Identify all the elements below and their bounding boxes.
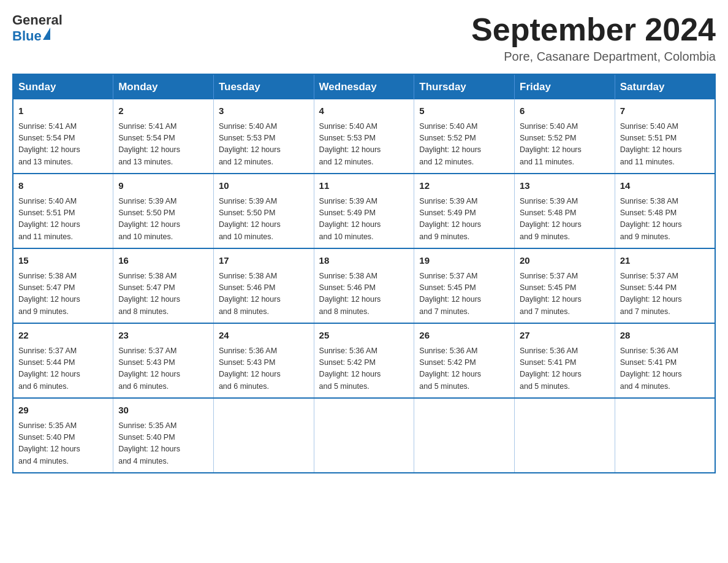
day-info: Sunrise: 5:36 AMSunset: 5:43 PMDaylight:… — [219, 345, 309, 393]
calendar-day-cell: 19Sunrise: 5:37 AMSunset: 5:45 PMDayligh… — [414, 248, 515, 323]
calendar-body: 1Sunrise: 5:41 AMSunset: 5:54 PMDaylight… — [13, 99, 715, 473]
day-info: Sunrise: 5:36 AMSunset: 5:42 PMDaylight:… — [419, 345, 509, 393]
day-number: 19 — [419, 254, 509, 268]
day-number: 1 — [18, 104, 108, 118]
day-of-week-header: Friday — [515, 74, 615, 99]
calendar-day-cell: 23Sunrise: 5:37 AMSunset: 5:43 PMDayligh… — [113, 323, 214, 398]
day-number: 28 — [620, 329, 710, 343]
day-info: Sunrise: 5:40 AMSunset: 5:51 PMDaylight:… — [18, 196, 108, 243]
day-number: 22 — [18, 329, 108, 343]
day-info: Sunrise: 5:39 AMSunset: 5:48 PMDaylight:… — [520, 196, 610, 243]
calendar-week-row: 15Sunrise: 5:38 AMSunset: 5:47 PMDayligh… — [13, 248, 715, 323]
calendar-day-cell: 16Sunrise: 5:38 AMSunset: 5:47 PMDayligh… — [113, 248, 214, 323]
day-info: Sunrise: 5:40 AMSunset: 5:51 PMDaylight:… — [620, 121, 710, 169]
calendar-title: September 2024 — [471, 12, 716, 47]
day-number: 27 — [520, 329, 610, 343]
calendar-day-cell: 14Sunrise: 5:38 AMSunset: 5:48 PMDayligh… — [615, 174, 715, 248]
calendar-day-cell: 20Sunrise: 5:37 AMSunset: 5:45 PMDayligh… — [515, 248, 615, 323]
page-header: General Blue September 2024 Pore, Casana… — [12, 12, 716, 64]
day-info: Sunrise: 5:38 AMSunset: 5:47 PMDaylight:… — [118, 270, 208, 318]
day-info: Sunrise: 5:37 AMSunset: 5:43 PMDaylight:… — [118, 345, 208, 393]
day-of-week-header: Saturday — [615, 74, 715, 99]
calendar-day-cell: 13Sunrise: 5:39 AMSunset: 5:48 PMDayligh… — [515, 174, 615, 248]
calendar-day-cell — [213, 398, 314, 473]
day-number: 9 — [118, 179, 208, 193]
calendar-day-cell: 27Sunrise: 5:36 AMSunset: 5:41 PMDayligh… — [515, 323, 615, 398]
day-of-week-header: Tuesday — [213, 74, 314, 99]
header-right: September 2024 Pore, Casanare Department… — [471, 12, 716, 64]
day-number: 7 — [620, 104, 710, 118]
day-info: Sunrise: 5:38 AMSunset: 5:47 PMDaylight:… — [18, 270, 108, 318]
day-of-week-header: Monday — [113, 74, 214, 99]
day-info: Sunrise: 5:40 AMSunset: 5:53 PMDaylight:… — [319, 121, 409, 169]
day-info: Sunrise: 5:40 AMSunset: 5:52 PMDaylight:… — [419, 121, 509, 169]
calendar-day-cell: 3Sunrise: 5:40 AMSunset: 5:53 PMDaylight… — [213, 99, 314, 174]
calendar-day-cell: 17Sunrise: 5:38 AMSunset: 5:46 PMDayligh… — [213, 248, 314, 323]
day-info: Sunrise: 5:36 AMSunset: 5:41 PMDaylight:… — [620, 345, 710, 393]
day-number: 16 — [118, 254, 208, 268]
calendar-week-row: 1Sunrise: 5:41 AMSunset: 5:54 PMDaylight… — [13, 99, 715, 174]
day-number: 12 — [419, 179, 509, 193]
day-info: Sunrise: 5:37 AMSunset: 5:45 PMDaylight:… — [520, 270, 610, 318]
calendar-day-cell: 22Sunrise: 5:37 AMSunset: 5:44 PMDayligh… — [13, 323, 113, 398]
calendar-day-cell: 24Sunrise: 5:36 AMSunset: 5:43 PMDayligh… — [213, 323, 314, 398]
day-number: 6 — [520, 104, 610, 118]
day-info: Sunrise: 5:38 AMSunset: 5:46 PMDaylight:… — [319, 270, 409, 318]
day-number: 30 — [118, 404, 208, 418]
day-info: Sunrise: 5:39 AMSunset: 5:49 PMDaylight:… — [419, 196, 509, 243]
day-info: Sunrise: 5:37 AMSunset: 5:44 PMDaylight:… — [18, 345, 108, 393]
day-number: 23 — [118, 329, 208, 343]
calendar-day-cell: 4Sunrise: 5:40 AMSunset: 5:53 PMDaylight… — [314, 99, 414, 174]
day-number: 15 — [18, 254, 108, 268]
logo-text-blue: Blue — [12, 28, 42, 44]
calendar-day-cell — [615, 398, 715, 473]
calendar-header: SundayMondayTuesdayWednesdayThursdayFrid… — [13, 74, 715, 99]
day-info: Sunrise: 5:41 AMSunset: 5:54 PMDaylight:… — [18, 121, 108, 169]
day-number: 5 — [419, 104, 509, 118]
logo-text-general: General — [12, 12, 63, 28]
calendar-day-cell: 21Sunrise: 5:37 AMSunset: 5:44 PMDayligh… — [615, 248, 715, 323]
days-of-week-row: SundayMondayTuesdayWednesdayThursdayFrid… — [13, 74, 715, 99]
day-number: 26 — [419, 329, 509, 343]
calendar-day-cell: 18Sunrise: 5:38 AMSunset: 5:46 PMDayligh… — [314, 248, 414, 323]
calendar-day-cell — [414, 398, 515, 473]
calendar-day-cell: 6Sunrise: 5:40 AMSunset: 5:52 PMDaylight… — [515, 99, 615, 174]
day-number: 2 — [118, 104, 208, 118]
day-info: Sunrise: 5:41 AMSunset: 5:54 PMDaylight:… — [118, 121, 208, 169]
day-info: Sunrise: 5:39 AMSunset: 5:49 PMDaylight:… — [319, 196, 409, 243]
logo-triangle-icon — [43, 28, 50, 40]
day-number: 24 — [219, 329, 309, 343]
day-number: 4 — [319, 104, 409, 118]
day-number: 14 — [620, 179, 710, 193]
calendar-day-cell: 5Sunrise: 5:40 AMSunset: 5:52 PMDaylight… — [414, 99, 515, 174]
calendar-day-cell — [314, 398, 414, 473]
day-number: 13 — [520, 179, 610, 193]
day-info: Sunrise: 5:37 AMSunset: 5:45 PMDaylight:… — [419, 270, 509, 318]
day-info: Sunrise: 5:39 AMSunset: 5:50 PMDaylight:… — [118, 196, 208, 243]
logo: General Blue — [12, 12, 63, 44]
day-number: 8 — [18, 179, 108, 193]
calendar-day-cell: 9Sunrise: 5:39 AMSunset: 5:50 PMDaylight… — [113, 174, 214, 248]
calendar-week-row: 8Sunrise: 5:40 AMSunset: 5:51 PMDaylight… — [13, 174, 715, 248]
day-number: 25 — [319, 329, 409, 343]
day-number: 3 — [219, 104, 309, 118]
calendar-day-cell — [515, 398, 615, 473]
day-number: 20 — [520, 254, 610, 268]
calendar-day-cell: 2Sunrise: 5:41 AMSunset: 5:54 PMDaylight… — [113, 99, 214, 174]
day-info: Sunrise: 5:35 AMSunset: 5:40 PMDaylight:… — [18, 420, 108, 468]
calendar-day-cell: 7Sunrise: 5:40 AMSunset: 5:51 PMDaylight… — [615, 99, 715, 174]
day-info: Sunrise: 5:36 AMSunset: 5:42 PMDaylight:… — [319, 345, 409, 393]
calendar-day-cell: 10Sunrise: 5:39 AMSunset: 5:50 PMDayligh… — [213, 174, 314, 248]
calendar-week-row: 29Sunrise: 5:35 AMSunset: 5:40 PMDayligh… — [13, 398, 715, 473]
day-info: Sunrise: 5:38 AMSunset: 5:48 PMDaylight:… — [620, 196, 710, 243]
day-of-week-header: Wednesday — [314, 74, 414, 99]
calendar-table: SundayMondayTuesdayWednesdayThursdayFrid… — [12, 74, 716, 473]
calendar-day-cell: 25Sunrise: 5:36 AMSunset: 5:42 PMDayligh… — [314, 323, 414, 398]
calendar-week-row: 22Sunrise: 5:37 AMSunset: 5:44 PMDayligh… — [13, 323, 715, 398]
calendar-subtitle: Pore, Casanare Department, Colombia — [471, 50, 716, 64]
day-number: 17 — [219, 254, 309, 268]
calendar-day-cell: 8Sunrise: 5:40 AMSunset: 5:51 PMDaylight… — [13, 174, 113, 248]
day-info: Sunrise: 5:38 AMSunset: 5:46 PMDaylight:… — [219, 270, 309, 318]
calendar-day-cell: 11Sunrise: 5:39 AMSunset: 5:49 PMDayligh… — [314, 174, 414, 248]
calendar-day-cell: 29Sunrise: 5:35 AMSunset: 5:40 PMDayligh… — [13, 398, 113, 473]
